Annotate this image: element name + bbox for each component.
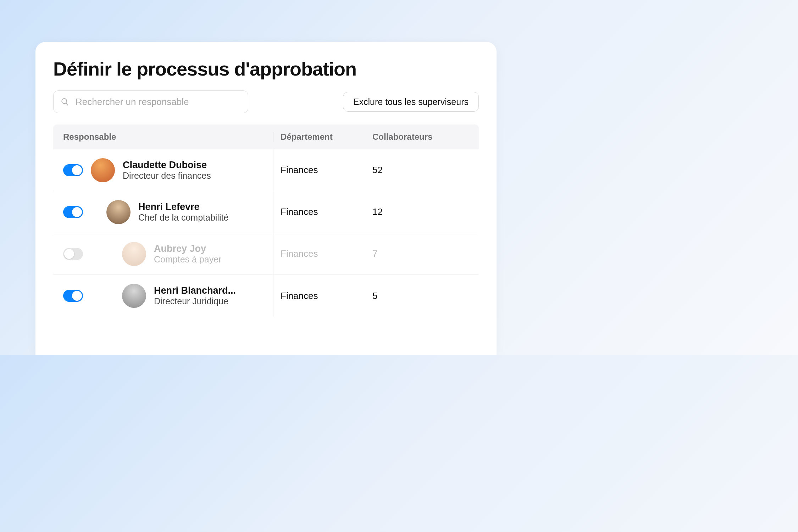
- exclude-all-supervisors-button[interactable]: Exclure tous les superviseurs: [343, 92, 479, 112]
- table-row: Henri Blanchard... Directeur Juridique F…: [53, 275, 479, 317]
- table-header-department: Département: [273, 132, 365, 142]
- collaborators-cell: 52: [365, 165, 479, 176]
- toggle-knob: [72, 165, 82, 175]
- person-text: Aubrey Joy Comptes à payer: [154, 243, 221, 265]
- collaborators-cell: 5: [365, 290, 479, 301]
- person-role: Directeur des finances: [123, 171, 211, 181]
- collaborators-cell: 7: [365, 248, 479, 259]
- person-cell: Henri Blanchard... Directeur Juridique: [53, 284, 273, 308]
- avatar: [91, 158, 115, 182]
- table-row: Aubrey Joy Comptes à payer Finances 7: [53, 233, 479, 275]
- search-icon: [61, 98, 69, 106]
- avatar: [122, 284, 146, 308]
- department-cell: Finances: [273, 149, 365, 191]
- person-cell: Aubrey Joy Comptes à payer: [53, 242, 273, 266]
- person-role: Directeur Juridique: [154, 296, 236, 306]
- avatar: [106, 200, 131, 224]
- table-body: Claudette Duboise Directeur des finances…: [53, 149, 479, 317]
- enable-toggle[interactable]: [63, 248, 83, 260]
- controls-row: Exclure tous les superviseurs: [53, 90, 479, 113]
- managers-table: Responsable Département Collaborateurs C…: [53, 124, 479, 317]
- person-role: Comptes à payer: [154, 254, 221, 265]
- enable-toggle[interactable]: [63, 206, 83, 218]
- page-title: Définir le processus d'approbation: [53, 58, 479, 80]
- search-container[interactable]: [53, 90, 248, 113]
- person-name: Henri Blanchard...: [154, 285, 236, 296]
- enable-toggle[interactable]: [63, 164, 83, 176]
- enable-toggle[interactable]: [63, 290, 83, 302]
- person-text: Claudette Duboise Directeur des finances: [123, 160, 211, 181]
- collaborators-cell: 12: [365, 206, 479, 217]
- table-row: Henri Lefevre Chef de la comptabilité Fi…: [53, 191, 479, 233]
- table-row: Claudette Duboise Directeur des finances…: [53, 149, 479, 191]
- person-text: Henri Lefevre Chef de la comptabilité: [138, 201, 228, 223]
- person-cell: Claudette Duboise Directeur des finances: [53, 158, 273, 182]
- person-cell: Henri Lefevre Chef de la comptabilité: [53, 200, 273, 224]
- person-text: Henri Blanchard... Directeur Juridique: [154, 285, 236, 306]
- avatar: [122, 242, 146, 266]
- toggle-knob: [64, 249, 74, 259]
- person-name: Henri Lefevre: [138, 201, 228, 212]
- table-header-collaborators: Collaborateurs: [365, 132, 479, 142]
- table-header-person: Responsable: [53, 132, 273, 142]
- search-input[interactable]: [76, 96, 241, 107]
- toggle-knob: [72, 207, 82, 217]
- person-name: Aubrey Joy: [154, 243, 221, 254]
- department-cell: Finances: [273, 191, 365, 233]
- table-header: Responsable Département Collaborateurs: [53, 124, 479, 149]
- department-cell: Finances: [273, 275, 365, 317]
- person-role: Chef de la comptabilité: [138, 212, 228, 223]
- person-name: Claudette Duboise: [123, 160, 211, 171]
- department-cell: Finances: [273, 233, 365, 275]
- approval-process-card: Définir le processus d'approbation Exclu…: [35, 42, 497, 355]
- toggle-knob: [72, 291, 82, 301]
